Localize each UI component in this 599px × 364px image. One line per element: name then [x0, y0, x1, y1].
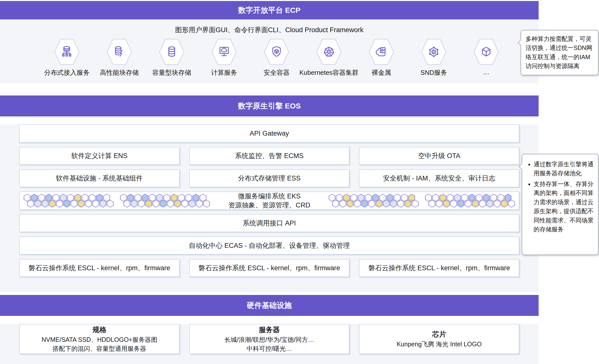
hw-box-line: Kunpeng飞腾 海光 Intel LOGO	[397, 340, 481, 349]
eks-strip: 微服务编排系统 EKS 资源抽象、资源管理、CRD	[19, 191, 519, 210]
hexagon-tile	[106, 37, 132, 66]
hexagon-pattern-left	[24, 194, 210, 208]
hexagon-pattern-right	[329, 194, 515, 208]
hexagon-tile	[264, 37, 290, 66]
hexagon-decoration	[443, 200, 450, 208]
hexagon-decoration	[124, 200, 130, 208]
hexagon-decoration	[174, 200, 181, 208]
hexagon-decoration	[450, 200, 457, 208]
service-label: …	[483, 68, 489, 76]
eos-title: 数字原生引擎 EOS	[238, 101, 301, 111]
hexagon-cluster	[329, 194, 419, 208]
hw-title: 硬件基础设施	[247, 300, 292, 311]
eks-line1: 微服务编排系统 EKS	[228, 192, 310, 201]
hw-box-title: 服务器	[259, 325, 280, 335]
hexagon-tile	[159, 37, 185, 66]
hexagon-cluster	[24, 194, 114, 208]
service-label: 容量型块存储	[152, 68, 191, 77]
hexagon-decoration	[181, 200, 188, 208]
ecp-callout-text: 多种算力按需配置，可灵活切换，通过统一SDN网络互联互通，统一的IAM访问控制与…	[526, 35, 592, 69]
box-escl-2: 磐石云操作系统 ESCL - kernel、rpm、firmware	[189, 259, 350, 277]
section-ecp: 数字开放平台 ECP 图形用户界面GUI、命令行界面CLI、Cloud Prod…	[0, 1, 539, 83]
hw-box-title: 芯片	[432, 329, 446, 340]
hexagon-decoration	[436, 200, 443, 208]
hexagon-decoration	[34, 200, 41, 208]
ecp-header-band: 数字开放平台 ECP	[0, 1, 539, 19]
hexagon-decoration	[368, 200, 375, 208]
ecp-title: 数字开放平台 ECP	[238, 5, 300, 15]
database-icon	[165, 45, 178, 59]
hexagon-decoration	[71, 200, 77, 208]
hexagon-decoration	[49, 200, 56, 208]
ecp-callout-bubble: 多种算力按需配置，可灵活切换，通过统一SDN网络互联互通，统一的IAM访问控制与…	[521, 30, 599, 75]
eos-callout-list: 通过数字原生引擎将通用服务器存储池化 支持存算一体、存算分离的架构，面相不同算力…	[527, 160, 594, 234]
eos-body: API Gateway 软件定义计算 ENS 系统监控、告警 ECMS 空中升级…	[0, 124, 539, 292]
database-flash-icon	[113, 45, 126, 59]
box-ecms: 系统监控、告警 ECMS	[189, 147, 350, 165]
box-specs: 规格 NVME/SATA SSD、HDDLOGO+服务器图 搭配下的混闪、容量型…	[19, 324, 180, 354]
cube-icon	[479, 45, 493, 59]
eos-callout-bubble: 通过数字原生引擎将通用服务器存储池化 支持存算一体、存算分离的架构，面相不同算力…	[522, 154, 599, 255]
hexagon-tile	[421, 37, 447, 66]
network-gear-icon	[427, 45, 441, 59]
hexagon-tile	[368, 37, 394, 66]
hexagon-decoration	[405, 200, 411, 208]
service-label: 分布式接入服务	[44, 68, 90, 77]
hexagon-decoration	[189, 200, 195, 208]
hexagon-decoration	[196, 200, 203, 208]
hw-box-title: 规格	[92, 325, 106, 335]
hexagon-decoration	[339, 200, 346, 208]
hexagon-tile	[473, 37, 499, 66]
service-capacity-block-storage: 容量型块存储	[146, 37, 198, 77]
hexagon-decoration	[63, 200, 70, 208]
hexagon-decoration	[390, 200, 397, 208]
service-compute: 计算服务	[198, 37, 250, 77]
hexagon-decoration	[412, 200, 419, 208]
hexagon-decoration	[92, 200, 99, 208]
hexagon-decoration	[152, 200, 159, 208]
box-security: 安全机制 - IAM、系统安全、审计日志	[359, 169, 519, 187]
hexagon-decoration	[465, 200, 471, 208]
box-escl-3: 磐石云操作系统 ESCL - kernel、rpm、firmware	[359, 259, 519, 277]
hexagon-decoration	[501, 200, 508, 208]
hw-boxes: 规格 NVME/SATA SSD、HDDLOGO+服务器图 搭配下的混闪、容量型…	[19, 324, 519, 354]
hexagon-decoration	[167, 200, 174, 208]
hexagon-decoration	[479, 200, 486, 208]
hexagon-decoration	[429, 200, 435, 208]
ecp-subtitle: 图形用户界面GUI、命令行界面CLI、Cloud Product Framewo…	[0, 19, 539, 34]
hexagon-decoration	[361, 200, 368, 208]
hexagon-decoration	[332, 200, 339, 208]
eos-escl-row: 磐石云操作系统 ESCL - kernel、rpm、firmware 磐石云操作…	[19, 259, 519, 277]
box-ecas: 自动化中心 ECAS - 自动化部署、设备管理、驱动管理	[19, 237, 519, 255]
hexagon-decoration	[160, 200, 166, 208]
eos-row3: 软件基础设施 - 系统基础组件 分布式存储管理 ESS 安全机制 - IAM、系…	[19, 169, 519, 187]
hexagon-tile	[211, 37, 237, 66]
box-ens: 软件定义计算 ENS	[19, 147, 180, 165]
hexagon-tile	[316, 37, 342, 66]
helm-wheel-icon	[322, 45, 336, 59]
service-high-perf-block-storage: 高性能块存储	[93, 37, 146, 77]
hexagon-decoration	[27, 200, 34, 208]
service-sdn: SND服务	[408, 37, 460, 77]
hexagon-decoration	[56, 200, 63, 208]
eos-callout-bullet: 通过数字原生引擎将通用服务器存储池化	[534, 160, 594, 178]
service-kubernetes-cluster: Kubernetes容器集群	[303, 37, 355, 77]
box-ess: 分布式存储管理 ESS	[189, 169, 350, 187]
service-label: SND服务	[421, 68, 447, 77]
hexagon-decoration	[347, 200, 353, 208]
ecp-body: 图形用户界面GUI、命令行界面CLI、Cloud Product Framewo…	[0, 19, 539, 83]
hw-box-line: 中科可控/曙光…	[247, 344, 292, 353]
cloud-server-icon	[375, 45, 388, 59]
hexagon-decoration	[138, 200, 145, 208]
hexagon-decoration	[85, 200, 92, 208]
hw-body: 规格 NVME/SATA SSD、HDDLOGO+服务器图 搭配下的混闪、容量型…	[0, 324, 539, 364]
monitor-cloud-icon	[217, 45, 231, 59]
service-label: Kubernetes容器集群	[300, 68, 359, 77]
hexagon-decoration	[457, 200, 464, 208]
hexagon-decoration	[383, 200, 390, 208]
eos-header-band: 数字原生引擎 EOS	[0, 95, 539, 116]
box-escl-1: 磐石云操作系统 ESCL - kernel、rpm、firmware	[19, 259, 180, 277]
box-servers: 服务器 长城/浪潮/联想/华为/宝德/同方… 中科可控/曙光…	[189, 324, 350, 354]
section-eos: 数字原生引擎 EOS API Gateway 软件定义计算 ENS 系统监控、告…	[0, 95, 539, 292]
service-label: 安全容器	[264, 68, 290, 77]
